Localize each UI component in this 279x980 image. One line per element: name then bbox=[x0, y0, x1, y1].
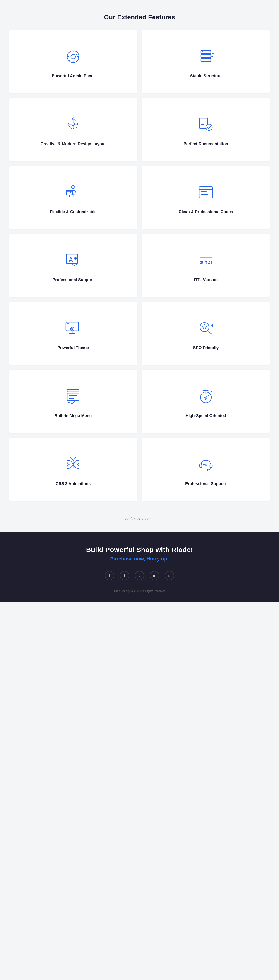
social-link-twitter[interactable]: t bbox=[120, 571, 129, 581]
facebook-icon: f bbox=[109, 574, 110, 578]
more-text: and much more... bbox=[0, 510, 279, 532]
feature-card-perfect-docs: Perfect Documentation bbox=[142, 98, 270, 161]
social-links: f t □ ▶ p bbox=[9, 571, 270, 581]
feature-card-rtl: וטרופ RTL Version bbox=[142, 234, 270, 297]
rtl-icon: וטרופ bbox=[196, 250, 216, 271]
pinterest-icon: p bbox=[168, 574, 171, 578]
feature-card-seo: SEO Friendly bbox=[142, 302, 270, 365]
svg-rect-73 bbox=[67, 390, 79, 392]
powerful-theme-icon bbox=[63, 318, 83, 339]
feature-card-stable-structure: Stable Structure bbox=[142, 30, 270, 93]
footer-cta: Build Powerful Shop with Riode! Purchase… bbox=[0, 532, 279, 602]
section-header: Our Extended Features bbox=[0, 0, 279, 30]
clean-codes-icon bbox=[196, 182, 216, 203]
feature-label-perfect-docs: Perfect Documentation bbox=[184, 141, 228, 147]
creative-design-icon bbox=[63, 115, 83, 135]
svg-point-61 bbox=[71, 328, 73, 329]
feature-card-admin-panel: Powerful Admin Panel bbox=[9, 30, 137, 93]
svg-text:24: 24 bbox=[203, 463, 207, 467]
feature-card-css3: CSS 3 Animations bbox=[9, 438, 137, 501]
feature-label-stable-structure: Stable Structure bbox=[190, 73, 222, 79]
feature-card-powerful-theme: Powerful Theme bbox=[9, 302, 137, 365]
admin-panel-icon bbox=[63, 46, 83, 67]
feature-card-support24: 24 Professional Support bbox=[142, 438, 270, 501]
svg-point-60 bbox=[70, 327, 74, 331]
feature-card-flexible: Flexible & Customizable bbox=[9, 166, 137, 229]
footer-cta-sub-text: Purchase now, bbox=[110, 556, 145, 562]
page-wrapper: Our Extended Features bbox=[0, 0, 279, 602]
stable-structure-icon bbox=[196, 46, 216, 67]
twitter-icon: t bbox=[124, 574, 125, 578]
feature-label-seo: SEO Friendly bbox=[193, 345, 219, 351]
social-link-youtube[interactable]: ▶ bbox=[150, 571, 159, 581]
feature-label-clean-codes: Clean & Professional Codes bbox=[179, 209, 233, 215]
footer-cta-subtitle: Purchase now, Hurry up! bbox=[9, 556, 270, 562]
svg-point-59 bbox=[68, 323, 69, 324]
svg-line-83 bbox=[211, 391, 212, 392]
footer-cta-title: Build Powerful Shop with Riode! bbox=[9, 546, 270, 554]
feature-card-mega-menu: Built-in Mega Menu bbox=[9, 370, 137, 433]
feature-label-flexible: Flexible & Customizable bbox=[49, 209, 97, 215]
svg-point-58 bbox=[67, 323, 68, 324]
feature-label-rtl: RTL Version bbox=[194, 277, 218, 283]
svg-point-43 bbox=[204, 188, 205, 188]
youtube-icon: ▶ bbox=[153, 574, 156, 578]
svg-rect-35 bbox=[67, 190, 73, 195]
svg-text:$: $ bbox=[204, 396, 206, 401]
feature-card-creative-design: Creative & Modern Design Layout bbox=[9, 98, 137, 161]
pro-support-icon bbox=[63, 250, 83, 271]
feature-label-admin-panel: Powerful Admin Panel bbox=[52, 73, 94, 79]
feature-label-powerful-theme: Powerful Theme bbox=[57, 345, 89, 351]
section-title: Our Extended Features bbox=[9, 14, 270, 21]
svg-line-79 bbox=[72, 401, 76, 404]
features-grid: Powerful Admin Panel bbox=[0, 30, 279, 510]
footer-copyright: Riode Shopify @ 2021. All Rights Reserve… bbox=[9, 589, 270, 593]
footer-cta-highlight: Hurry up! bbox=[146, 556, 169, 562]
high-speed-icon: $ bbox=[196, 386, 216, 407]
feature-card-high-speed: $ High-Speed Oriented bbox=[142, 370, 270, 433]
instagram-icon: □ bbox=[139, 574, 140, 577]
social-link-pinterest[interactable]: p bbox=[165, 571, 174, 581]
social-link-facebook[interactable]: f bbox=[105, 571, 114, 581]
svg-point-14 bbox=[202, 56, 203, 56]
svg-point-87 bbox=[70, 457, 71, 458]
svg-marker-70 bbox=[202, 325, 207, 329]
seo-icon bbox=[196, 318, 216, 339]
support24-icon: 24 bbox=[196, 454, 216, 475]
svg-point-31 bbox=[206, 124, 212, 130]
svg-point-32 bbox=[71, 186, 75, 189]
feature-label-mega-menu: Built-in Mega Menu bbox=[55, 413, 92, 418]
svg-point-42 bbox=[202, 188, 203, 188]
feature-card-pro-support: Professional Support bbox=[9, 234, 137, 297]
css3-icon bbox=[63, 454, 83, 475]
svg-line-69 bbox=[208, 330, 211, 334]
feature-label-pro-support: Professional Support bbox=[52, 277, 94, 283]
svg-point-15 bbox=[202, 60, 203, 60]
svg-rect-89 bbox=[200, 464, 202, 468]
feature-card-clean-codes: Clean & Professional Codes bbox=[142, 166, 270, 229]
svg-point-22 bbox=[72, 123, 75, 126]
feature-label-creative-design: Creative & Modern Design Layout bbox=[41, 141, 106, 147]
flexible-icon bbox=[63, 182, 83, 203]
social-link-instagram[interactable]: □ bbox=[135, 571, 144, 581]
svg-point-1 bbox=[71, 54, 75, 59]
feature-label-css3: CSS 3 Animations bbox=[56, 481, 90, 487]
svg-point-41 bbox=[200, 188, 201, 188]
feature-label-high-speed: High-Speed Oriented bbox=[185, 413, 226, 418]
mega-menu-icon bbox=[63, 386, 83, 407]
svg-line-78 bbox=[67, 402, 72, 404]
svg-text:וטרופ: וטרופ bbox=[200, 259, 212, 265]
feature-label-support24: Professional Support bbox=[185, 481, 227, 487]
svg-point-13 bbox=[202, 51, 203, 52]
svg-rect-49 bbox=[67, 254, 78, 264]
svg-rect-90 bbox=[210, 464, 212, 468]
svg-point-88 bbox=[75, 457, 76, 458]
perfect-docs-icon bbox=[196, 115, 216, 135]
